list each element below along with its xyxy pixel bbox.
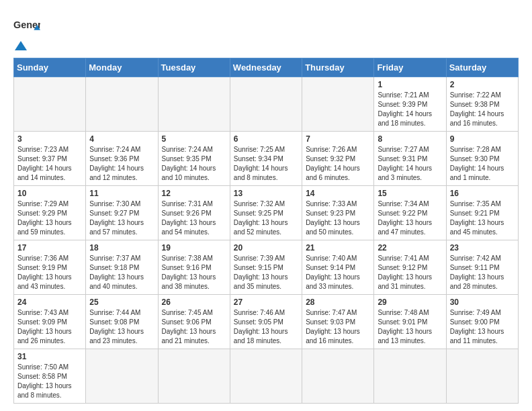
day-info: Sunrise: 7:25 AM Sunset: 9:34 PM Dayligh… bbox=[234, 145, 298, 183]
day-number: 24 bbox=[17, 298, 82, 307]
logo: General bbox=[13, 13, 40, 51]
calendar-cell: 31Sunrise: 7:50 AM Sunset: 8:58 PM Dayli… bbox=[14, 349, 86, 404]
calendar-cell: 27Sunrise: 7:46 AM Sunset: 9:05 PM Dayli… bbox=[230, 295, 302, 349]
day-number: 11 bbox=[89, 189, 154, 198]
header-saturday: Saturday bbox=[446, 58, 518, 77]
day-number: 26 bbox=[162, 298, 226, 307]
day-info: Sunrise: 7:49 AM Sunset: 9:00 PM Dayligh… bbox=[450, 308, 515, 346]
day-info: Sunrise: 7:46 AM Sunset: 9:05 PM Dayligh… bbox=[234, 308, 298, 346]
calendar-week-4: 24Sunrise: 7:43 AM Sunset: 9:09 PM Dayli… bbox=[14, 295, 519, 349]
day-number: 6 bbox=[234, 134, 298, 144]
logo-icon: General bbox=[13, 13, 40, 40]
calendar-cell: 16Sunrise: 7:35 AM Sunset: 9:21 PM Dayli… bbox=[446, 186, 518, 240]
calendar-cell: 15Sunrise: 7:34 AM Sunset: 9:22 PM Dayli… bbox=[374, 186, 446, 240]
day-number: 17 bbox=[17, 243, 82, 253]
day-info: Sunrise: 7:48 AM Sunset: 9:01 PM Dayligh… bbox=[378, 308, 442, 346]
day-info: Sunrise: 7:36 AM Sunset: 9:19 PM Dayligh… bbox=[17, 254, 82, 291]
calendar-cell: 6Sunrise: 7:25 AM Sunset: 9:34 PM Daylig… bbox=[230, 132, 302, 186]
calendar-cell: 24Sunrise: 7:43 AM Sunset: 9:09 PM Dayli… bbox=[14, 295, 86, 349]
calendar-cell: 20Sunrise: 7:39 AM Sunset: 9:15 PM Dayli… bbox=[230, 240, 302, 295]
day-info: Sunrise: 7:39 AM Sunset: 9:15 PM Dayligh… bbox=[234, 254, 298, 291]
day-info: Sunrise: 7:32 AM Sunset: 9:25 PM Dayligh… bbox=[234, 199, 298, 237]
day-number: 27 bbox=[234, 298, 298, 307]
header-monday: Monday bbox=[86, 58, 158, 77]
header-sunday: Sunday bbox=[14, 58, 86, 77]
day-number: 28 bbox=[306, 298, 370, 307]
calendar-week-5: 31Sunrise: 7:50 AM Sunset: 8:58 PM Dayli… bbox=[14, 349, 519, 404]
day-number: 31 bbox=[17, 352, 82, 361]
calendar-week-1: 3Sunrise: 7:23 AM Sunset: 9:37 PM Daylig… bbox=[14, 132, 519, 186]
calendar-cell: 28Sunrise: 7:47 AM Sunset: 9:03 PM Dayli… bbox=[302, 295, 374, 349]
calendar-cell: 17Sunrise: 7:36 AM Sunset: 9:19 PM Dayli… bbox=[14, 240, 86, 295]
day-number: 23 bbox=[450, 243, 515, 253]
day-number: 16 bbox=[450, 189, 515, 198]
calendar-cell: 4Sunrise: 7:24 AM Sunset: 9:36 PM Daylig… bbox=[86, 132, 158, 186]
header-friday: Friday bbox=[374, 58, 446, 77]
calendar-cell bbox=[374, 349, 446, 404]
day-info: Sunrise: 7:38 AM Sunset: 9:16 PM Dayligh… bbox=[162, 254, 226, 291]
calendar-cell bbox=[302, 77, 374, 132]
calendar-cell: 25Sunrise: 7:44 AM Sunset: 9:08 PM Dayli… bbox=[86, 295, 158, 349]
calendar-cell: 14Sunrise: 7:33 AM Sunset: 9:23 PM Dayli… bbox=[302, 186, 374, 240]
day-number: 12 bbox=[162, 189, 226, 198]
day-number: 30 bbox=[450, 298, 515, 307]
calendar-week-2: 10Sunrise: 7:29 AM Sunset: 9:29 PM Dayli… bbox=[14, 186, 519, 240]
day-info: Sunrise: 7:33 AM Sunset: 9:23 PM Dayligh… bbox=[306, 199, 370, 237]
calendar-cell bbox=[446, 349, 518, 404]
calendar-cell: 22Sunrise: 7:41 AM Sunset: 9:12 PM Dayli… bbox=[374, 240, 446, 295]
day-number: 8 bbox=[378, 134, 442, 144]
day-info: Sunrise: 7:26 AM Sunset: 9:32 PM Dayligh… bbox=[306, 145, 370, 183]
day-number: 18 bbox=[89, 243, 154, 253]
day-info: Sunrise: 7:27 AM Sunset: 9:31 PM Dayligh… bbox=[378, 145, 442, 183]
day-info: Sunrise: 7:23 AM Sunset: 9:37 PM Dayligh… bbox=[17, 145, 82, 183]
calendar-cell bbox=[230, 349, 302, 404]
calendar-cell: 18Sunrise: 7:37 AM Sunset: 9:18 PM Dayli… bbox=[86, 240, 158, 295]
day-number: 21 bbox=[306, 243, 370, 253]
calendar-cell bbox=[230, 77, 302, 132]
calendar-cell: 5Sunrise: 7:24 AM Sunset: 9:35 PM Daylig… bbox=[158, 132, 230, 186]
day-info: Sunrise: 7:30 AM Sunset: 9:27 PM Dayligh… bbox=[89, 199, 154, 237]
logo-triangle-icon bbox=[15, 41, 27, 50]
calendar-cell: 3Sunrise: 7:23 AM Sunset: 9:37 PM Daylig… bbox=[14, 132, 86, 186]
day-number: 2 bbox=[450, 80, 515, 89]
day-info: Sunrise: 7:22 AM Sunset: 9:38 PM Dayligh… bbox=[450, 91, 515, 128]
calendar-cell: 9Sunrise: 7:28 AM Sunset: 9:30 PM Daylig… bbox=[446, 132, 518, 186]
day-info: Sunrise: 7:43 AM Sunset: 9:09 PM Dayligh… bbox=[17, 308, 82, 346]
day-number: 3 bbox=[17, 134, 82, 144]
day-number: 25 bbox=[89, 298, 154, 307]
header-wednesday: Wednesday bbox=[230, 58, 302, 77]
calendar-cell bbox=[86, 77, 158, 132]
calendar-cell: 10Sunrise: 7:29 AM Sunset: 9:29 PM Dayli… bbox=[14, 186, 86, 240]
day-info: Sunrise: 7:47 AM Sunset: 9:03 PM Dayligh… bbox=[306, 308, 370, 346]
calendar-cell: 23Sunrise: 7:42 AM Sunset: 9:11 PM Dayli… bbox=[446, 240, 518, 295]
day-info: Sunrise: 7:24 AM Sunset: 9:36 PM Dayligh… bbox=[89, 145, 154, 183]
day-info: Sunrise: 7:42 AM Sunset: 9:11 PM Dayligh… bbox=[450, 254, 515, 291]
day-info: Sunrise: 7:34 AM Sunset: 9:22 PM Dayligh… bbox=[378, 199, 442, 237]
day-number: 15 bbox=[378, 189, 442, 198]
svg-marker-2 bbox=[15, 41, 27, 50]
day-number: 20 bbox=[234, 243, 298, 253]
day-number: 19 bbox=[162, 243, 226, 253]
day-number: 14 bbox=[306, 189, 370, 198]
calendar-week-0: 1Sunrise: 7:21 AM Sunset: 9:39 PM Daylig… bbox=[14, 77, 519, 132]
calendar-cell bbox=[158, 349, 230, 404]
calendar-header-row: SundayMondayTuesdayWednesdayThursdayFrid… bbox=[14, 58, 519, 77]
day-info: Sunrise: 7:31 AM Sunset: 9:26 PM Dayligh… bbox=[162, 199, 226, 237]
day-info: Sunrise: 7:44 AM Sunset: 9:08 PM Dayligh… bbox=[89, 308, 154, 346]
calendar-cell: 2Sunrise: 7:22 AM Sunset: 9:38 PM Daylig… bbox=[446, 77, 518, 132]
calendar-cell bbox=[302, 349, 374, 404]
page-header: General bbox=[13, 13, 519, 51]
day-number: 7 bbox=[306, 134, 370, 144]
day-info: Sunrise: 7:21 AM Sunset: 9:39 PM Dayligh… bbox=[378, 91, 442, 128]
day-info: Sunrise: 7:35 AM Sunset: 9:21 PM Dayligh… bbox=[450, 199, 515, 237]
day-info: Sunrise: 7:29 AM Sunset: 9:29 PM Dayligh… bbox=[17, 199, 82, 237]
day-number: 4 bbox=[89, 134, 154, 144]
header-thursday: Thursday bbox=[302, 58, 374, 77]
header-tuesday: Tuesday bbox=[158, 58, 230, 77]
calendar-cell: 19Sunrise: 7:38 AM Sunset: 9:16 PM Dayli… bbox=[158, 240, 230, 295]
day-info: Sunrise: 7:37 AM Sunset: 9:18 PM Dayligh… bbox=[89, 254, 154, 291]
calendar-table: SundayMondayTuesdayWednesdayThursdayFrid… bbox=[13, 58, 519, 404]
calendar-cell: 1Sunrise: 7:21 AM Sunset: 9:39 PM Daylig… bbox=[374, 77, 446, 132]
day-number: 5 bbox=[162, 134, 226, 144]
calendar-cell bbox=[14, 77, 86, 132]
